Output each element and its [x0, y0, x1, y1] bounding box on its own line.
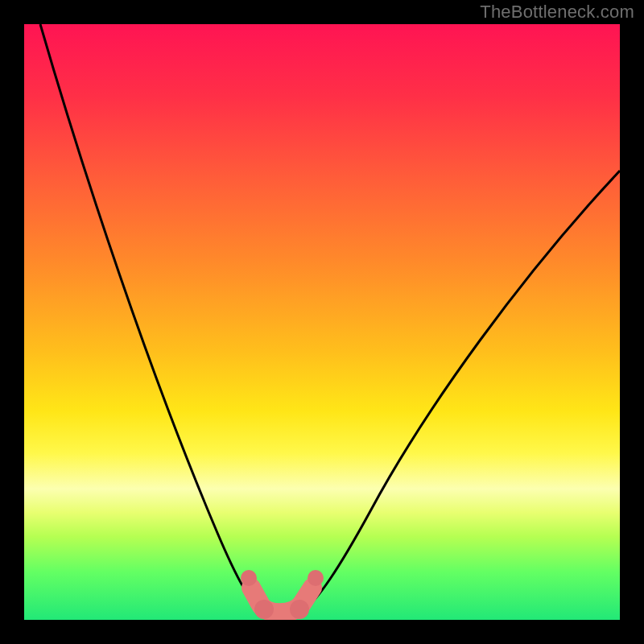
- chart-frame: TheBottleneck.com: [0, 0, 644, 644]
- watermark-text: TheBottleneck.com: [480, 2, 634, 23]
- trough-marker-dot-right: [308, 570, 324, 586]
- curve-path: [40, 24, 620, 618]
- trough-marker-dot-bottom-left: [254, 600, 274, 619]
- trough-marker-dot-bottom-right: [290, 600, 309, 619]
- trough-marker-dot-left: [241, 570, 257, 586]
- plot-area: [24, 24, 620, 620]
- bottleneck-curve: [24, 24, 620, 620]
